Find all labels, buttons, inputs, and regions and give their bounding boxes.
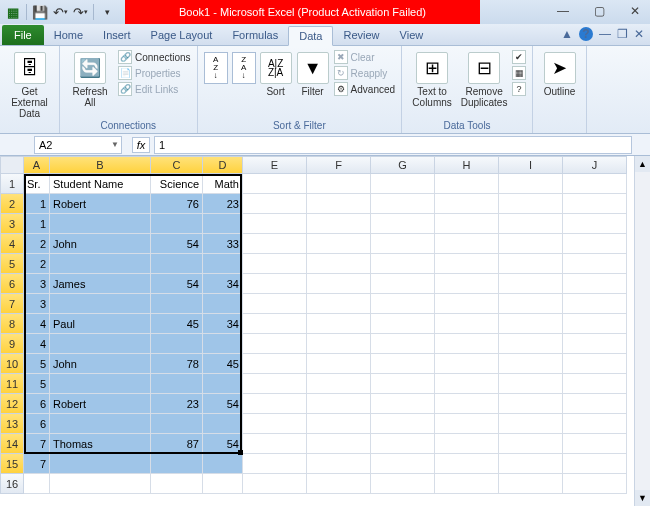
cell-A15[interactable]: 7 xyxy=(24,454,50,474)
cell-E14[interactable] xyxy=(243,434,307,454)
col-head-H[interactable]: H xyxy=(435,156,499,174)
col-head-J[interactable]: J xyxy=(563,156,627,174)
row-head-14[interactable]: 14 xyxy=(0,434,24,454)
row-head-15[interactable]: 15 xyxy=(0,454,24,474)
col-head-D[interactable]: D xyxy=(203,156,243,174)
cell-F1[interactable] xyxy=(307,174,371,194)
cell-E2[interactable] xyxy=(243,194,307,214)
minimize-button[interactable]: ― xyxy=(552,2,574,20)
cell-G9[interactable] xyxy=(371,334,435,354)
cell-I1[interactable] xyxy=(499,174,563,194)
cell-J15[interactable] xyxy=(563,454,627,474)
cell-F5[interactable] xyxy=(307,254,371,274)
cell-D8[interactable]: 34 xyxy=(203,314,243,334)
cell-H14[interactable] xyxy=(435,434,499,454)
cell-J1[interactable] xyxy=(563,174,627,194)
cell-D7[interactable] xyxy=(203,294,243,314)
cell-I11[interactable] xyxy=(499,374,563,394)
sort-button[interactable]: A|ZZ|A Sort xyxy=(260,48,292,97)
cell-A4[interactable]: 2 xyxy=(24,234,50,254)
cell-I16[interactable] xyxy=(499,474,563,494)
undo-icon[interactable]: ↶▾ xyxy=(51,3,69,21)
cell-H13[interactable] xyxy=(435,414,499,434)
cell-E1[interactable] xyxy=(243,174,307,194)
cell-G7[interactable] xyxy=(371,294,435,314)
cell-C1[interactable]: Science xyxy=(151,174,203,194)
cell-F14[interactable] xyxy=(307,434,371,454)
cell-G10[interactable] xyxy=(371,354,435,374)
cell-B12[interactable]: Robert xyxy=(50,394,151,414)
cell-A3[interactable]: 1 xyxy=(24,214,50,234)
cell-A8[interactable]: 4 xyxy=(24,314,50,334)
cell-I15[interactable] xyxy=(499,454,563,474)
cell-D10[interactable]: 45 xyxy=(203,354,243,374)
cell-J11[interactable] xyxy=(563,374,627,394)
cell-F8[interactable] xyxy=(307,314,371,334)
tab-page-layout[interactable]: Page Layout xyxy=(141,25,223,45)
cell-I7[interactable] xyxy=(499,294,563,314)
cell-E11[interactable] xyxy=(243,374,307,394)
cell-J10[interactable] xyxy=(563,354,627,374)
cell-F11[interactable] xyxy=(307,374,371,394)
cell-C6[interactable]: 54 xyxy=(151,274,203,294)
cell-A1[interactable]: Sr. xyxy=(24,174,50,194)
advanced-button[interactable]: ⚙Advanced xyxy=(334,82,395,96)
cell-B2[interactable]: Robert xyxy=(50,194,151,214)
col-head-G[interactable]: G xyxy=(371,156,435,174)
row-head-8[interactable]: 8 xyxy=(0,314,24,334)
cell-J16[interactable] xyxy=(563,474,627,494)
save-icon[interactable]: 💾 xyxy=(31,3,49,21)
connections-button[interactable]: 🔗Connections xyxy=(118,50,191,64)
cells-grid[interactable]: Sr.Student NameScienceMath1Robert762312J… xyxy=(24,174,627,494)
cell-A2[interactable]: 1 xyxy=(24,194,50,214)
cell-E10[interactable] xyxy=(243,354,307,374)
cell-D9[interactable] xyxy=(203,334,243,354)
cell-C16[interactable] xyxy=(151,474,203,494)
cell-H12[interactable] xyxy=(435,394,499,414)
cell-J6[interactable] xyxy=(563,274,627,294)
col-head-B[interactable]: B xyxy=(50,156,151,174)
cell-D13[interactable] xyxy=(203,414,243,434)
cell-J3[interactable] xyxy=(563,214,627,234)
sort-az-button[interactable]: AZ↓ xyxy=(204,52,228,84)
col-head-F[interactable]: F xyxy=(307,156,371,174)
cell-I5[interactable] xyxy=(499,254,563,274)
cell-I4[interactable] xyxy=(499,234,563,254)
cell-F16[interactable] xyxy=(307,474,371,494)
cell-F9[interactable] xyxy=(307,334,371,354)
cell-J4[interactable] xyxy=(563,234,627,254)
cell-H6[interactable] xyxy=(435,274,499,294)
cell-H5[interactable] xyxy=(435,254,499,274)
row-head-12[interactable]: 12 xyxy=(0,394,24,414)
cell-A12[interactable]: 6 xyxy=(24,394,50,414)
get-external-data-button[interactable]: 🗄 Get External Data xyxy=(6,48,53,119)
cell-A11[interactable]: 5 xyxy=(24,374,50,394)
cell-I13[interactable] xyxy=(499,414,563,434)
formula-input[interactable]: 1 xyxy=(154,136,632,154)
cell-B11[interactable] xyxy=(50,374,151,394)
cell-H2[interactable] xyxy=(435,194,499,214)
cell-B6[interactable]: James xyxy=(50,274,151,294)
cell-C3[interactable] xyxy=(151,214,203,234)
cell-E4[interactable] xyxy=(243,234,307,254)
tab-insert[interactable]: Insert xyxy=(93,25,141,45)
row-head-3[interactable]: 3 xyxy=(0,214,24,234)
row-head-5[interactable]: 5 xyxy=(0,254,24,274)
cell-D2[interactable]: 23 xyxy=(203,194,243,214)
refresh-all-button[interactable]: 🔄 Refresh All xyxy=(66,48,114,108)
row-head-13[interactable]: 13 xyxy=(0,414,24,434)
cell-B9[interactable] xyxy=(50,334,151,354)
cell-B1[interactable]: Student Name xyxy=(50,174,151,194)
remove-duplicates-button[interactable]: ⊟ Remove Duplicates xyxy=(460,48,508,108)
close-button[interactable]: ✕ xyxy=(624,2,646,20)
cell-I2[interactable] xyxy=(499,194,563,214)
consolidate-button[interactable]: ▦ xyxy=(512,66,526,80)
cell-B15[interactable] xyxy=(50,454,151,474)
cell-J12[interactable] xyxy=(563,394,627,414)
cell-B13[interactable] xyxy=(50,414,151,434)
chevron-down-icon[interactable]: ▼ xyxy=(111,140,119,149)
wb-minimize-icon[interactable]: ― xyxy=(599,27,611,41)
cell-D12[interactable]: 54 xyxy=(203,394,243,414)
cell-F6[interactable] xyxy=(307,274,371,294)
cell-D5[interactable] xyxy=(203,254,243,274)
